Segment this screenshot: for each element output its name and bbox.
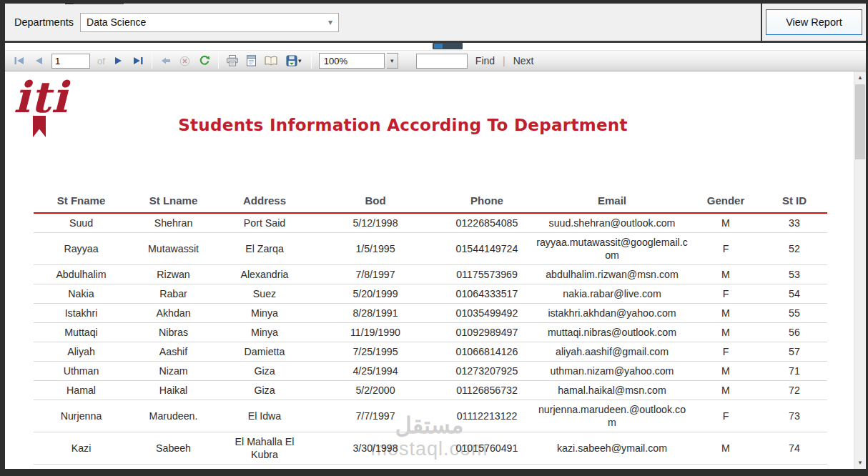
table-row: NakiaRabarSuez5/20/199901064333517nakia.… — [34, 284, 827, 304]
back-to-parent-button[interactable] — [157, 52, 174, 69]
scroll-down-button[interactable]: ▼ — [854, 457, 866, 469]
print-layout-button[interactable] — [243, 52, 260, 69]
table-cell: 3/30/1998 — [311, 432, 440, 465]
table-cell: Port Said — [218, 213, 311, 233]
table-cell: M — [690, 362, 761, 381]
vertical-scrollbar[interactable]: ▲ ▼ — [854, 71, 866, 469]
refresh-icon — [199, 55, 210, 66]
zoom-value: 100% — [324, 56, 347, 66]
table-cell: Muttaqi — [34, 323, 129, 342]
table-row: RayyaaMutawassitEl Zarqa1/5/199501544149… — [34, 233, 827, 265]
table-cell: nakia.rabar@live.com — [534, 284, 690, 304]
table-row: UthmanNizamGiza4/25/199401273207925uthma… — [34, 362, 827, 381]
table-cell: Giza — [218, 362, 311, 381]
table-cell: Rizwan — [129, 265, 218, 284]
table-row: AbdulhalimRizwanAlexandria7/8/1997011755… — [34, 265, 827, 284]
print-layout-icon — [246, 55, 257, 66]
table-cell: Rabar — [129, 284, 218, 304]
next-page-button[interactable] — [110, 52, 127, 69]
scrollbar-artifact-accent — [434, 44, 443, 49]
column-header: Address — [218, 192, 311, 213]
column-header: Email — [534, 192, 690, 213]
previous-page-button[interactable] — [30, 52, 47, 69]
first-page-button[interactable] — [11, 52, 28, 69]
table-cell: Minya — [218, 323, 311, 342]
table-cell: Shehran — [129, 213, 218, 233]
export-button[interactable]: ▾ — [282, 52, 306, 69]
table-row: AliyahAashifDamietta7/25/199501066814126… — [34, 342, 827, 362]
table-cell: Nibras — [129, 323, 218, 342]
page-setup-icon — [265, 56, 277, 66]
view-report-button[interactable]: View Report — [766, 9, 862, 35]
table-cell: 01035499492 — [440, 304, 534, 323]
table-cell: El Zarqa — [218, 233, 311, 265]
table-cell: kazi.sabeeh@ymail.com — [534, 432, 690, 465]
column-header: Gender — [690, 192, 761, 213]
table-cell: F — [690, 284, 761, 304]
departments-label: Departments — [14, 16, 74, 28]
last-page-button[interactable] — [129, 52, 147, 69]
table-cell: Istakhri — [34, 304, 129, 323]
scrollbar-thumb[interactable] — [855, 84, 865, 159]
table-cell: 01092989497 — [440, 323, 534, 342]
toolbar-separator — [218, 53, 219, 69]
first-page-icon — [14, 56, 24, 65]
table-cell: F — [690, 342, 761, 362]
table-cell: M — [690, 432, 761, 465]
export-caret-icon: ▾ — [298, 57, 302, 64]
of-label: of — [97, 56, 105, 66]
table-cell: 7/8/1997 — [311, 265, 440, 284]
table-cell: uthman.nizam@yahoo.com — [534, 362, 690, 381]
table-cell: hamal.haikal@msn.com — [534, 381, 690, 400]
table-cell: muttaqi.nibras@outlook.com — [534, 323, 690, 342]
table-cell: 57 — [761, 342, 827, 362]
table-cell: suud.shehran@outlook.com — [534, 213, 690, 233]
table-cell: F — [690, 400, 761, 432]
print-button[interactable] — [224, 52, 241, 69]
last-page-icon — [133, 56, 143, 65]
table-cell: Giza — [218, 381, 311, 400]
stop-button[interactable] — [177, 52, 194, 69]
table-cell: 55 — [761, 304, 827, 323]
column-header: St Lname — [129, 192, 218, 213]
titlebar-fragment-blue — [74, 0, 124, 4]
column-header: Phone — [440, 192, 534, 213]
table-cell: 73 — [761, 400, 827, 432]
table-cell: Marudeen. — [129, 400, 218, 432]
zoom-dropdown-button[interactable]: ▾ — [387, 53, 398, 69]
report-toolbar: of — [5, 50, 866, 71]
table-row: SuudShehranPort Said5/12/199801226854085… — [34, 213, 827, 233]
table-cell: 71 — [761, 362, 827, 381]
table-cell: Sabeeh — [129, 432, 218, 465]
table-cell: 53 — [761, 265, 827, 284]
table-cell: 11/19/1990 — [311, 323, 440, 342]
table-cell: 1/5/1995 — [311, 233, 440, 265]
page-number-input[interactable] — [51, 54, 90, 69]
table-cell: 8/28/1991 — [311, 304, 440, 323]
table-cell: 74 — [761, 432, 827, 465]
view-report-section: View Report — [761, 4, 866, 41]
table-cell: 33 — [761, 213, 827, 233]
table-cell: istakhri.akhdan@yahoo.com — [534, 304, 690, 323]
table-cell: M — [690, 265, 761, 284]
report-body-area: مستقل mostaql.com iti Students Informati… — [5, 71, 866, 469]
column-header: Bod — [311, 192, 440, 213]
zoom-select[interactable]: 100% — [319, 53, 385, 69]
students-table: St FnameSt LnameAddressBodPhoneEmailGend… — [34, 192, 827, 465]
table-cell: F — [690, 233, 761, 265]
table-cell: Suez — [218, 284, 311, 304]
refresh-button[interactable] — [196, 52, 213, 69]
departments-dropdown[interactable]: Data Science ▾ — [80, 13, 339, 32]
scroll-up-button[interactable]: ▲ — [854, 71, 866, 84]
table-row: IstakhriAkhdanMinya8/28/199101035499492i… — [34, 304, 827, 323]
next-link[interactable]: Next — [513, 55, 534, 66]
page-setup-button[interactable] — [262, 52, 280, 69]
table-cell: aliyah.aashif@gmail.com — [534, 342, 690, 362]
table-cell: Hamal — [34, 381, 129, 400]
table-cell: Haikal — [129, 381, 218, 400]
table-cell: 01226854085 — [440, 213, 534, 233]
find-link[interactable]: Find — [475, 55, 495, 66]
table-cell: El Mahalla El Kubra — [218, 432, 311, 465]
find-text-input[interactable] — [416, 54, 468, 69]
table-cell: 5/2/2000 — [311, 381, 440, 400]
